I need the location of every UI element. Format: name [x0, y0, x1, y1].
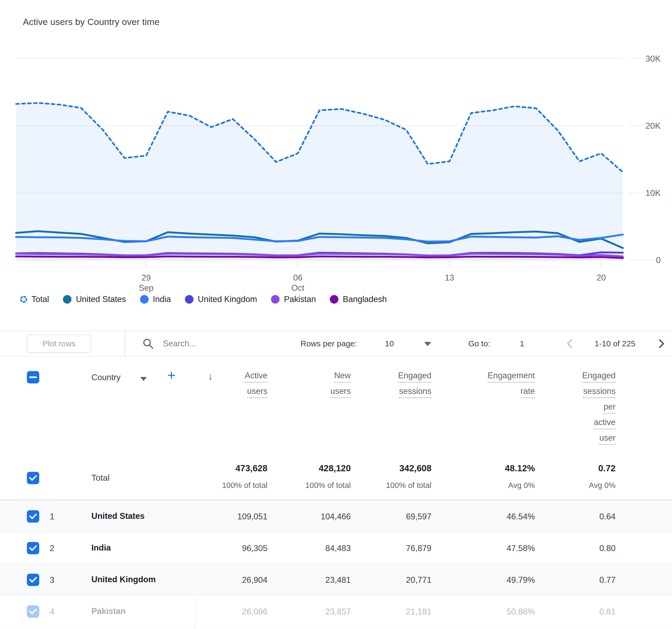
- legend-label: India: [153, 295, 171, 304]
- x-axis-sublabel: Oct: [291, 283, 305, 293]
- column-header-word: Engagement: [487, 371, 535, 383]
- metric-value: 46.54%: [507, 512, 535, 522]
- total-row-label: Total: [91, 473, 110, 483]
- legend-label: United Kingdom: [198, 295, 257, 304]
- chart-legend: TotalUnited StatesIndiaUnited KingdomPak…: [20, 295, 387, 304]
- column-header-word: New: [334, 371, 351, 383]
- total-active-users: 473,628: [236, 463, 267, 473]
- metric-value: 0.81: [599, 607, 616, 617]
- legend-item-united-states: United States: [63, 295, 126, 304]
- rows-per-page-caret-icon[interactable]: [424, 342, 431, 346]
- row-rank: 1: [50, 512, 54, 522]
- metric-value: 26,904: [242, 575, 267, 585]
- column-header-engaged-sessions[interactable]: Engagedsessions: [398, 371, 431, 402]
- legend-item-pakistan: Pakistan: [271, 295, 316, 304]
- column-header-engagement-rate[interactable]: Engagementrate: [487, 371, 535, 402]
- row-rank: 3: [50, 575, 54, 585]
- legend-dot-icon: [185, 295, 194, 304]
- table-row-pakistan: 4Pakistan26,08623,85721,18150.86%0.81: [0, 596, 672, 627]
- total-engaged-per-user: 0.72: [598, 463, 616, 473]
- column-header-engaged-sessions-per-active-user[interactable]: Engagedsessionsperactiveuser: [582, 371, 616, 449]
- row-checkbox[interactable]: [27, 574, 39, 586]
- chart-canvas: 010K20K30K29Sep06Oct1320: [0, 29, 672, 293]
- total-row-checkbox[interactable]: [27, 472, 39, 484]
- go-to-value[interactable]: 1: [520, 339, 524, 348]
- legend-dot-icon: [63, 295, 72, 304]
- rows-per-page-value[interactable]: 10: [385, 339, 394, 348]
- column-header-word: per: [603, 402, 616, 414]
- column-header-word: active: [594, 418, 616, 429]
- table-header: Country + ↓ ActiveusersNewusersEngagedse…: [0, 356, 672, 457]
- metric-value: 109,051: [237, 512, 267, 522]
- column-header-new-users[interactable]: Newusers: [330, 371, 351, 402]
- total-sub: Avg 0%: [508, 481, 535, 490]
- column-header-word: users: [330, 387, 351, 398]
- next-page-icon[interactable]: [656, 338, 667, 350]
- legend-label: United States: [76, 295, 126, 304]
- legend-item-bangladesh: Bangladesh: [330, 295, 387, 304]
- legend-label: Total: [31, 295, 49, 304]
- row-checkbox[interactable]: [27, 605, 39, 618]
- metric-value: 84,483: [325, 544, 351, 553]
- row-country-name: Pakistan: [91, 606, 126, 616]
- row-checkbox[interactable]: [27, 542, 39, 554]
- column-header-word: Engaged: [398, 371, 431, 383]
- row-country-name: India: [91, 543, 111, 553]
- metric-value: 0.64: [599, 512, 616, 522]
- column-header-word: users: [247, 387, 267, 398]
- x-axis-label: 06: [293, 273, 303, 282]
- column-header-active-users[interactable]: Activeusers: [245, 371, 267, 402]
- rows-per-page-label: Rows per page:: [301, 339, 357, 348]
- metric-value: 0.80: [599, 544, 616, 553]
- search-input[interactable]: [163, 339, 281, 349]
- legend-dot-icon: [20, 296, 27, 303]
- x-axis-sublabel: Sep: [139, 283, 153, 293]
- dimension-caret-icon[interactable]: [140, 377, 147, 381]
- total-engagement-rate: 48.12%: [505, 463, 535, 473]
- add-dimension-icon[interactable]: +: [167, 367, 176, 383]
- column-header-word: sessions: [583, 387, 616, 398]
- total-new-users: 428,120: [319, 463, 351, 473]
- row-country-name: United Kingdom: [91, 575, 155, 584]
- total-sub: 100% of total: [305, 481, 351, 490]
- select-all-checkbox[interactable]: [27, 371, 39, 383]
- legend-item-united-kingdom: United Kingdom: [185, 295, 257, 304]
- column-header-word: user: [599, 433, 616, 445]
- legend-label: Bangladesh: [343, 295, 387, 304]
- metric-value: 20,771: [406, 575, 431, 585]
- row-rank: 4: [50, 607, 54, 617]
- y-axis-label: 20K: [645, 121, 661, 131]
- legend-dot-icon: [271, 295, 280, 304]
- metric-value: 47.58%: [507, 544, 535, 553]
- metric-value: 23,857: [325, 607, 351, 617]
- column-header-word: Engaged: [582, 371, 616, 383]
- x-axis-label: 13: [445, 273, 454, 282]
- prev-page-icon[interactable]: [565, 338, 575, 350]
- page-title: Active users by Country over time: [23, 17, 160, 27]
- row-rank: 2: [50, 544, 54, 553]
- legend-dot-icon: [140, 295, 149, 304]
- y-axis-label: 0: [656, 255, 661, 265]
- search-icon: [142, 337, 154, 350]
- y-axis-label: 30K: [645, 54, 661, 64]
- column-header-word: Active: [245, 371, 267, 383]
- table-body: 1United States109,051104,46669,59746.54%…: [0, 501, 672, 627]
- pagination-range: 1-10 of 225: [583, 339, 647, 348]
- metric-value: 26,086: [242, 607, 267, 617]
- sort-descending-icon[interactable]: ↓: [208, 371, 213, 382]
- legend-item-india: India: [140, 295, 171, 304]
- total-sub: 100% of total: [386, 481, 431, 490]
- metric-value: 50.86%: [507, 607, 535, 617]
- column-header-word: rate: [521, 387, 535, 398]
- total-engaged-sessions: 342,608: [400, 463, 431, 473]
- total-row: Total 473,628 428,120 342,608 48.12% 0.7…: [0, 457, 672, 500]
- table-row-united-states: 1United States109,051104,46669,59746.54%…: [0, 501, 672, 532]
- active-users-chart: 010K20K30K29Sep06Oct1320: [0, 29, 672, 293]
- plot-rows-button[interactable]: Plot rows: [27, 334, 91, 353]
- x-axis-label: 29: [141, 273, 150, 282]
- legend-label: Pakistan: [284, 295, 316, 304]
- dimension-header-country[interactable]: Country: [91, 373, 121, 382]
- row-checkbox[interactable]: [27, 510, 39, 523]
- metric-value: 96,305: [242, 544, 267, 553]
- total-sub: 100% of total: [222, 481, 267, 490]
